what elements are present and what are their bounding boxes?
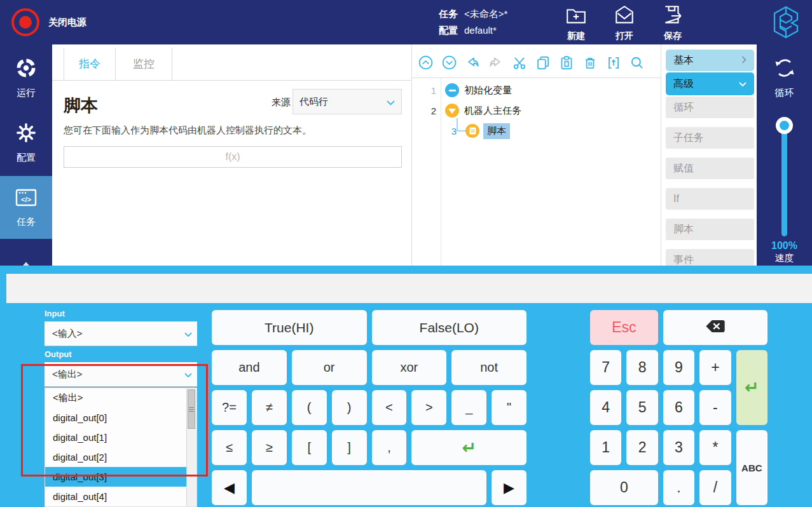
key-less-equal[interactable]: ≤ xyxy=(212,430,247,465)
output-option[interactable]: digital_out[0] xyxy=(45,408,196,428)
task-label: 任务 xyxy=(439,8,458,19)
key-numpad-enter[interactable]: ↵ xyxy=(736,350,767,425)
key-quote[interactable]: " xyxy=(492,390,526,425)
command-item-loop[interactable]: 循环 xyxy=(666,97,754,118)
key-greater-than[interactable]: > xyxy=(411,390,446,425)
move-up-icon[interactable] xyxy=(416,54,434,72)
key-9[interactable]: 9 xyxy=(663,350,694,385)
output-option[interactable]: digital_out[4] xyxy=(45,487,196,506)
tree-row-script[interactable]: 3 脚本 xyxy=(432,121,510,141)
paste-icon[interactable] xyxy=(558,54,575,72)
new-task-label: 新建 xyxy=(567,30,585,42)
keyboard-display-input[interactable] xyxy=(6,274,812,303)
move-down-icon[interactable] xyxy=(440,54,458,72)
replace-icon[interactable] xyxy=(605,54,623,72)
command-group-advanced[interactable]: 高级 xyxy=(666,72,754,95)
key-rparen[interactable]: ) xyxy=(332,390,367,425)
tree-row-init-vars[interactable]: 1 初始化变量 xyxy=(412,80,512,100)
sidebar-task-label: 任务 xyxy=(17,216,36,228)
key-lbracket[interactable]: [ xyxy=(292,430,327,465)
output-option[interactable]: digital_out[2] xyxy=(45,447,196,467)
search-icon[interactable] xyxy=(628,54,646,72)
list-scrollbar[interactable] xyxy=(186,388,196,506)
key-minus[interactable]: - xyxy=(699,390,731,425)
expression-input[interactable] xyxy=(64,146,402,168)
open-icon xyxy=(613,4,636,29)
key-comma[interactable]: , xyxy=(372,430,407,465)
key-enter[interactable]: ↵ xyxy=(411,430,526,465)
key-lparen[interactable]: ( xyxy=(292,390,327,425)
key-not[interactable]: not xyxy=(451,350,526,385)
key-8[interactable]: 8 xyxy=(626,350,657,385)
tab-monitor[interactable]: 监控 xyxy=(116,48,172,80)
key-abc-mode[interactable]: ABC xyxy=(736,430,767,505)
sidebar-item-run[interactable]: 运行 xyxy=(0,46,52,109)
power-button[interactable] xyxy=(11,8,39,36)
key-star[interactable]: * xyxy=(699,430,731,465)
output-option-highlighted[interactable]: digital_out[3] xyxy=(45,467,196,487)
new-task-button[interactable]: 新建 xyxy=(565,4,588,42)
input-select[interactable]: <输入> xyxy=(45,321,197,346)
save-task-button[interactable]: 保存 xyxy=(661,4,684,42)
command-group-basic[interactable]: 基本 xyxy=(666,50,754,71)
key-underscore[interactable]: _ xyxy=(451,390,486,425)
copy-icon[interactable] xyxy=(534,54,552,72)
key-2[interactable]: 2 xyxy=(626,430,657,465)
key-false-lo[interactable]: False(LO) xyxy=(372,310,527,345)
key-slash[interactable]: / xyxy=(699,470,731,505)
redo-icon[interactable] xyxy=(487,54,505,72)
key-5[interactable]: 5 xyxy=(626,390,657,425)
scrollbar-thumb[interactable] xyxy=(188,389,195,429)
sidebar-item-config[interactable]: 配置 xyxy=(0,111,52,174)
command-item-script[interactable]: 脚本 xyxy=(666,219,754,240)
key-less-than[interactable]: < xyxy=(372,390,407,425)
key-plus[interactable]: + xyxy=(699,350,731,385)
delete-icon[interactable] xyxy=(581,54,599,72)
loop-label: 循环 xyxy=(775,87,794,99)
undo-icon[interactable] xyxy=(464,54,481,72)
command-item-subtask[interactable]: 子任务 xyxy=(666,127,754,149)
speed-slider-thumb[interactable] xyxy=(776,117,793,134)
key-true-hi[interactable]: True(HI) xyxy=(212,310,367,345)
key-7[interactable]: 7 xyxy=(590,350,621,385)
key-backspace[interactable] xyxy=(663,310,767,345)
key-or[interactable]: or xyxy=(292,350,367,385)
key-escape[interactable]: Esc xyxy=(590,310,658,345)
command-item-if[interactable]: If xyxy=(666,188,754,210)
output-select[interactable]: <输出> xyxy=(45,362,197,386)
advanced-group-label: 高级 xyxy=(673,78,739,91)
chevron-down-icon xyxy=(184,328,192,339)
speed-slider-track[interactable] xyxy=(781,122,787,236)
key-assign[interactable]: ?= xyxy=(212,390,247,425)
sidebar-item-task[interactable]: </> 任务 xyxy=(0,176,52,239)
key-1[interactable]: 1 xyxy=(590,430,621,465)
key-rbracket[interactable]: ] xyxy=(332,430,367,465)
key-0[interactable]: 0 xyxy=(590,470,658,505)
config-name: default* xyxy=(464,25,497,36)
key-greater-equal[interactable]: ≥ xyxy=(252,430,287,465)
key-4[interactable]: 4 xyxy=(590,390,621,425)
key-cursor-left[interactable]: ◀ xyxy=(212,470,247,505)
loop-mode-button[interactable]: 循环 xyxy=(757,55,812,99)
key-not-equal[interactable]: ≠ xyxy=(252,390,287,425)
cut-icon[interactable] xyxy=(511,54,528,72)
output-option[interactable]: <输出> xyxy=(45,388,196,408)
save-icon xyxy=(661,4,684,29)
key-space[interactable] xyxy=(252,470,486,505)
output-options-list: <输出> digital_out[0] digital_out[1] digit… xyxy=(45,388,197,507)
open-task-button[interactable]: 打开 xyxy=(613,4,636,42)
backspace-icon xyxy=(705,320,726,336)
key-cursor-right[interactable]: ▶ xyxy=(492,470,526,505)
key-3[interactable]: 3 xyxy=(663,430,694,465)
tree-row-main-task[interactable]: 2 机器人主任务 xyxy=(412,100,521,121)
run-icon xyxy=(15,57,38,81)
key-dot[interactable]: . xyxy=(663,470,694,505)
key-6[interactable]: 6 xyxy=(663,390,694,425)
command-item-assign[interactable]: 赋值 xyxy=(666,158,754,179)
output-option[interactable]: digital_out[1] xyxy=(45,428,196,447)
key-and[interactable]: and xyxy=(212,350,287,385)
tab-instruction[interactable]: 指令 xyxy=(64,48,116,80)
app-screen: 关闭电源 任务<未命名>* 配置default* 新建 打开 保存 xyxy=(0,0,812,507)
key-xor[interactable]: xor xyxy=(372,350,447,385)
source-select[interactable]: 代码行 xyxy=(292,89,402,114)
